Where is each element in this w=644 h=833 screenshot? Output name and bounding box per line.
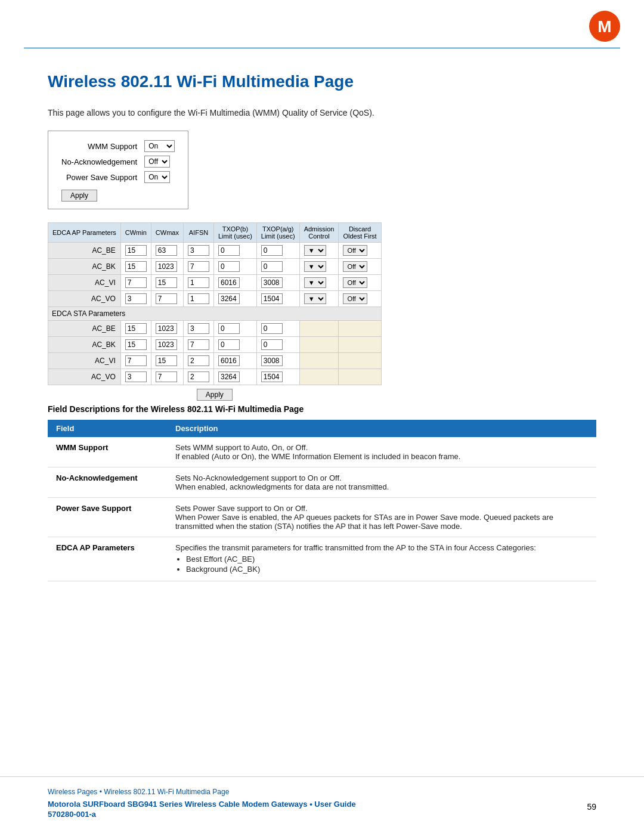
ap-ac-vo-cwmax-input[interactable] xyxy=(156,293,177,304)
wmm-apply-button[interactable]: Apply xyxy=(61,190,97,202)
footer: Wireless Pages • Wireless 802.11 Wi-Fi M… xyxy=(0,776,644,833)
ap-ac-be-admission-select[interactable]: ▼ xyxy=(304,245,326,256)
ap-ac-bk-aifsn-input[interactable] xyxy=(188,261,209,272)
footer-title-line: Motorola SURFboard SBG941 Series Wireles… xyxy=(48,800,596,809)
sta-ac-vi-txopag-input[interactable] xyxy=(261,355,283,366)
power-save-select[interactable]: On Off xyxy=(144,171,170,183)
field-desc-title: Field Descriptions for the Wireless 802.… xyxy=(48,404,596,414)
sta-ac-be-cwmax-input[interactable] xyxy=(156,323,177,334)
col-cwmax: CWmax xyxy=(151,223,183,243)
edca-table: EDCA AP Parameters CWmin CWmax AIFSN TXO… xyxy=(48,222,382,404)
table-row: AC_VO ▼ OffOn xyxy=(48,291,382,307)
sta-ac-vo-label: AC_VO xyxy=(48,369,121,385)
ap-ac-bk-cwmax-input[interactable] xyxy=(156,261,177,272)
sta-ac-be-cwmin-input[interactable] xyxy=(125,323,147,334)
wmm-config-table: WMM Support Auto On Off No-Acknowledgeme… xyxy=(58,138,178,185)
ap-ac-be-cwmax xyxy=(151,243,183,259)
ap-ac-be-cwmax-input[interactable] xyxy=(156,245,177,256)
no-ack-select[interactable]: On Off xyxy=(144,156,170,168)
sta-ac-vi-label: AC_VI xyxy=(48,353,121,369)
edca-bullet-bk: Background (AC_BK) xyxy=(186,565,588,574)
ap-ac-vi-aifsn-input[interactable] xyxy=(188,277,209,288)
footer-page-number: 59 xyxy=(587,802,596,812)
wmm-apply-btn-wrapper: Apply xyxy=(61,190,178,202)
ap-ac-bk-label: AC_BK xyxy=(48,259,121,275)
ap-ac-be-aifsn xyxy=(183,243,213,259)
svg-text:M: M xyxy=(597,17,611,36)
ap-ac-be-txopb xyxy=(213,243,256,259)
col-aifsn: AIFSN xyxy=(183,223,213,243)
sta-ac-bk-cwmax-input[interactable] xyxy=(156,339,177,350)
ap-ac-vo-txopag-input[interactable] xyxy=(261,293,283,304)
ap-ac-vo-txopb-input[interactable] xyxy=(218,293,240,304)
ap-ac-bk-txopag-input[interactable] xyxy=(261,261,283,272)
sta-ac-vi-aifsn-input[interactable] xyxy=(188,355,209,366)
table-row: AC_BE ▼ OffOn xyxy=(48,243,382,259)
edca-bullet-be: Best Effort (AC_BE) xyxy=(186,555,588,563)
ap-ac-be-aifsn-input[interactable] xyxy=(188,245,209,256)
ap-ac-bk-cwmin-input[interactable] xyxy=(125,261,147,272)
ap-ac-vi-label: AC_VI xyxy=(48,275,121,291)
sta-ac-vi-cwmax-input[interactable] xyxy=(156,355,177,366)
sta-ac-vo-aifsn-input[interactable] xyxy=(188,371,209,382)
ap-ac-be-cwmin-input[interactable] xyxy=(125,245,147,256)
ap-ac-be-discard: OffOn xyxy=(339,243,381,259)
ap-ac-vi-txopb-input[interactable] xyxy=(218,277,240,288)
wmm-config-box: WMM Support Auto On Off No-Acknowledgeme… xyxy=(48,131,188,209)
ap-ac-be-discard-select[interactable]: OffOn xyxy=(343,245,367,256)
ap-ac-bk-admission-select[interactable]: ▼ xyxy=(304,261,326,272)
ap-ac-bk-discard-select[interactable]: OffOn xyxy=(343,261,367,272)
ap-ac-vo-aifsn-input[interactable] xyxy=(188,293,209,304)
edca-apply-row: Apply xyxy=(48,385,382,405)
field-noack-desc: Sets No-Acknowledgement support to On or… xyxy=(167,467,596,498)
col-edca-params: EDCA AP Parameters xyxy=(48,223,121,243)
sta-ac-vo-txopag-input[interactable] xyxy=(261,371,283,382)
ap-ac-bk-txopb-input[interactable] xyxy=(218,261,240,272)
col-desc-header: Description xyxy=(167,420,596,437)
motorola-logo-icon: M xyxy=(589,11,620,42)
table-row: AC_VI xyxy=(48,353,382,369)
table-row: AC_VO xyxy=(48,369,382,385)
edca-apply-button[interactable]: Apply xyxy=(197,389,233,401)
field-powersave-name: Power Save Support xyxy=(48,498,167,537)
col-txop-ag: TXOP(a/g)Limit (usec) xyxy=(256,223,299,243)
sta-ac-vi-cwmin-input[interactable] xyxy=(125,355,147,366)
sta-ac-bk-label: AC_BK xyxy=(48,337,121,353)
ap-ac-vi-cwmin-input[interactable] xyxy=(125,277,147,288)
sta-ac-bk-cwmin-input[interactable] xyxy=(125,339,147,350)
edca-table-wrapper: EDCA AP Parameters CWmin CWmax AIFSN TXO… xyxy=(48,222,596,404)
sta-ac-be-txopb-input[interactable] xyxy=(218,323,240,334)
ap-ac-vo-label: AC_VO xyxy=(48,291,121,307)
header: M xyxy=(0,0,644,48)
breadcrumb-wireless-pages-link[interactable]: Wireless Pages xyxy=(48,788,97,796)
ap-ac-vo-discard-select[interactable]: OffOn xyxy=(343,293,367,304)
ap-ac-be-label: AC_BE xyxy=(48,243,121,259)
ap-ac-vo-cwmin-input[interactable] xyxy=(125,293,147,304)
sta-ac-bk-txopb-input[interactable] xyxy=(218,339,240,350)
col-txop-b: TXOP(b)Limit (usec) xyxy=(213,223,256,243)
intro-text: This page allows you to configure the Wi… xyxy=(48,108,596,117)
sta-ac-vo-cwmax-input[interactable] xyxy=(156,371,177,382)
ap-ac-be-txopag-input[interactable] xyxy=(261,245,283,256)
field-row-powersave: Power Save Support Sets Power Save suppo… xyxy=(48,498,596,537)
ap-ac-vi-admission-select[interactable]: ▼ xyxy=(304,277,326,288)
sta-ac-bk-txopag-input[interactable] xyxy=(261,339,283,350)
sta-ac-bk-aifsn-input[interactable] xyxy=(188,339,209,350)
sta-ac-vo-cwmin-input[interactable] xyxy=(125,371,147,382)
ap-ac-vi-discard-select[interactable]: OffOn xyxy=(343,277,367,288)
field-descriptions-table: Field Description WMM Support Sets WMM s… xyxy=(48,420,596,581)
sta-section-header: EDCA STA Parameters xyxy=(48,307,382,321)
sta-ac-vo-txopb-input[interactable] xyxy=(218,371,240,382)
ap-ac-be-txopb-input[interactable] xyxy=(218,245,240,256)
ap-ac-vo-admission-select[interactable]: ▼ xyxy=(304,293,326,304)
field-row-edca: EDCA AP Parameters Specifies the transmi… xyxy=(48,537,596,581)
wmm-support-select[interactable]: Auto On Off xyxy=(144,140,175,152)
table-row: AC_BK xyxy=(48,337,382,353)
ap-ac-vi-txopag-input[interactable] xyxy=(261,277,283,288)
table-row: AC_BE xyxy=(48,321,382,337)
sta-ac-be-label: AC_BE xyxy=(48,321,121,337)
sta-ac-vi-txopb-input[interactable] xyxy=(218,355,240,366)
ap-ac-vi-cwmax-input[interactable] xyxy=(156,277,177,288)
sta-ac-be-txopag-input[interactable] xyxy=(261,323,283,334)
sta-ac-be-aifsn-input[interactable] xyxy=(188,323,209,334)
